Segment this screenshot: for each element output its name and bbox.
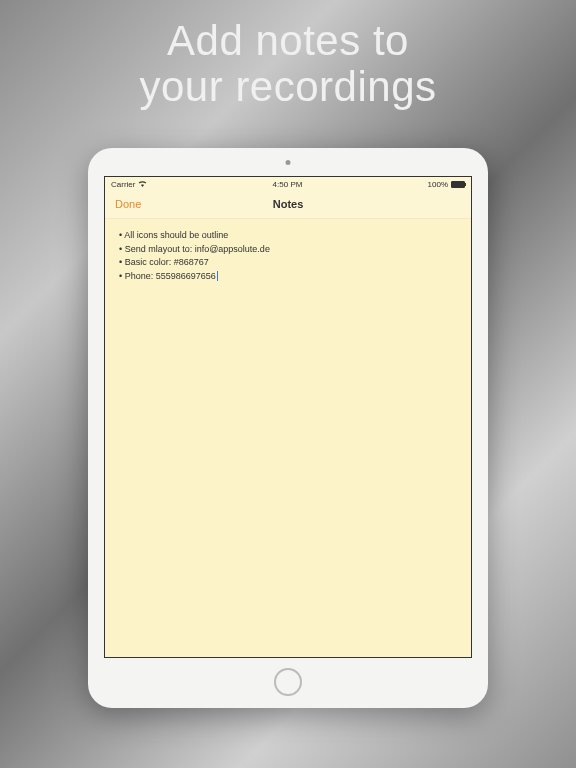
carrier-label: Carrier <box>111 180 135 189</box>
tablet-home-button[interactable] <box>274 668 302 696</box>
status-bar: Carrier 4:50 PM 100% <box>105 177 471 192</box>
note-line: • Send mlayout to: info@appsolute.de <box>119 243 457 257</box>
battery-percent: 100% <box>428 180 448 189</box>
note-line: • Phone: 555986697656 <box>119 270 457 284</box>
nav-bar: Done Notes <box>105 192 471 219</box>
status-right: 100% <box>428 180 465 189</box>
promo-line-2: your recordings <box>140 63 437 110</box>
nav-title: Notes <box>273 198 304 210</box>
status-time: 4:50 PM <box>273 180 303 189</box>
notes-textarea[interactable]: • All icons should be outline • Send mla… <box>105 219 471 293</box>
note-line: • All icons should be outline <box>119 229 457 243</box>
battery-icon <box>451 181 465 188</box>
app-screen: Carrier 4:50 PM 100% Done Notes • All ic… <box>104 176 472 658</box>
done-button[interactable]: Done <box>115 198 141 210</box>
note-line: • Basic color: #868767 <box>119 256 457 270</box>
text-cursor <box>217 271 218 281</box>
promo-heading: Add notes to your recordings <box>0 0 576 130</box>
tablet-camera <box>286 160 291 165</box>
tablet-frame: Carrier 4:50 PM 100% Done Notes • All ic… <box>88 148 488 708</box>
wifi-icon <box>138 180 147 189</box>
status-left: Carrier <box>111 180 147 189</box>
promo-line-1: Add notes to <box>167 17 409 64</box>
